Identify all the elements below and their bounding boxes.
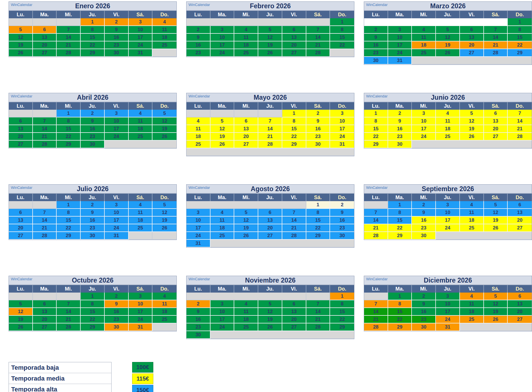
day-cell: 19	[460, 125, 484, 133]
legend-swatches: 100€115€150€115€	[132, 362, 153, 392]
day-cell: 22	[81, 316, 105, 323]
day-cell: 8	[508, 26, 532, 34]
day-cell: 7	[484, 26, 508, 34]
day-cell: 29	[508, 49, 532, 57]
week-row: 20212223242526	[9, 133, 176, 141]
day-cell: 3	[330, 110, 354, 117]
month-7: WinCalendarJulio 2026Lu.Ma.Mi.Ju.Vi.Sá.D…	[9, 184, 177, 240]
weekday-header: Vi.	[105, 102, 129, 110]
week-row: 12131415161718	[9, 308, 176, 316]
weekday-header: Lu.	[186, 11, 211, 18]
day-cell: 18	[412, 41, 436, 49]
weekday-header: Vi.	[460, 102, 484, 110]
empty-cell	[9, 293, 33, 300]
empty-cell	[258, 110, 282, 117]
weekday-header: Lu.	[364, 102, 388, 110]
month-weeks: 1234567891011121314151617181920212223242…	[9, 201, 177, 240]
day-cell: 1	[57, 201, 81, 209]
day-cell: 12	[152, 209, 176, 217]
legend-row: Temporada media	[9, 373, 111, 384]
day-cell: 29	[306, 232, 330, 240]
legend-label: Temporada media	[11, 375, 65, 382]
month-title: Diciembre 2026	[424, 277, 472, 284]
day-cell: 16	[330, 217, 354, 224]
day-cell: 27	[508, 316, 532, 323]
day-cell: 24	[412, 133, 436, 141]
day-cell: 19	[152, 217, 176, 224]
week-row: 567891011	[9, 300, 176, 308]
day-cell: 5	[234, 209, 258, 217]
day-cell: 27	[258, 232, 282, 240]
day-cell: 28	[57, 49, 81, 57]
day-cell: 25	[234, 49, 258, 57]
empty-cell	[186, 201, 306, 209]
day-cell: 26	[9, 49, 33, 57]
weekday-header-row: Lu.Ma.Mi.Ju.Vi.Sá.Do.	[364, 11, 532, 18]
day-cell: 6	[9, 117, 33, 125]
weekday-header: Ju.	[81, 194, 105, 201]
day-cell: 25	[436, 133, 460, 141]
week-row: 23242526272829	[186, 323, 354, 331]
week-row: 12345	[9, 201, 176, 209]
weekday-header: Sá.	[306, 194, 330, 201]
week-row: 1	[186, 293, 354, 300]
week-row: 21222324252627	[364, 316, 532, 323]
week-row: 9101112131415	[186, 308, 354, 316]
day-cell: 31	[330, 141, 354, 148]
day-cell: 29	[364, 141, 388, 148]
weekday-header-row: Lu.Ma.Mi.Ju.Vi.Sá.Do.	[186, 102, 354, 110]
weekday-header: Mi.	[412, 102, 436, 110]
day-cell: 19	[484, 308, 508, 316]
empty-cell	[436, 232, 532, 240]
month-titlebar: WinCalendarSeptiembre 2026	[364, 184, 532, 194]
day-cell: 24	[105, 224, 129, 232]
day-cell: 20	[258, 224, 282, 232]
day-cell: 23	[81, 133, 105, 141]
month-weeks: 1234567891011121314151617181920212223242…	[364, 201, 532, 240]
weekday-header: Lu.	[9, 285, 33, 293]
weekday-header: Ju.	[258, 11, 282, 18]
day-cell: 7	[57, 300, 81, 308]
day-cell: 6	[234, 117, 258, 125]
day-cell: 11	[460, 209, 484, 217]
month-weeks: 1234567891011121314151617181920212223242…	[364, 293, 532, 331]
day-cell: 31	[186, 240, 211, 247]
months-grid: WinCalendarEnero 2026Lu.Ma.Mi.Ju.Vi.Sá.D…	[9, 1, 532, 339]
day-cell: 8	[282, 117, 306, 125]
day-cell: 3	[186, 209, 211, 217]
day-cell: 18	[186, 133, 211, 141]
wincalendar-brand: WinCalendar	[11, 277, 32, 281]
day-cell: 21	[364, 224, 388, 232]
day-cell: 22	[81, 41, 105, 49]
week-row: 31	[186, 240, 354, 247]
day-cell: 26	[484, 224, 508, 232]
empty-cell	[186, 293, 306, 300]
day-cell: 19	[9, 316, 33, 323]
week-row: 1234567	[364, 110, 532, 117]
week-row: 24252627282930	[186, 232, 354, 240]
day-cell: 22	[508, 41, 532, 49]
day-cell: 2	[81, 110, 105, 117]
day-cell: 7	[33, 209, 57, 217]
empty-cell	[330, 49, 354, 57]
week-row: 232425262728	[186, 49, 354, 57]
day-cell: 14	[306, 34, 330, 41]
day-cell: 31	[436, 323, 460, 331]
day-cell: 5	[152, 201, 176, 209]
weekday-header: Sá.	[306, 102, 330, 110]
weekday-header: Do.	[330, 11, 354, 18]
empty-cell	[364, 293, 388, 300]
week-row: 282930	[364, 232, 532, 240]
day-cell: 6	[258, 209, 282, 217]
weekday-header: Vi.	[460, 285, 484, 293]
day-cell: 12	[484, 209, 508, 217]
day-cell: 26	[258, 49, 282, 57]
week-row: 123456	[364, 293, 532, 300]
week-row: 6789101112	[9, 209, 176, 217]
day-cell: 18	[436, 125, 460, 133]
weekday-header: Ju.	[436, 194, 460, 201]
day-cell: 19	[9, 41, 33, 49]
day-cell: 8	[330, 26, 354, 34]
weekday-header: Mi.	[57, 11, 81, 18]
day-cell: 4	[234, 300, 258, 308]
